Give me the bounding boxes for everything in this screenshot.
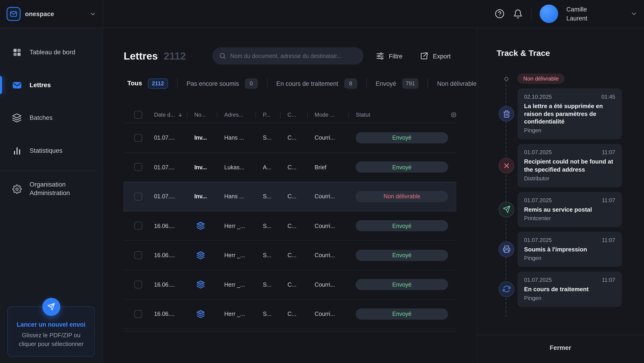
- letter-row[interactable]: 01.07.... Inv... Hans ... S... C... Cour…: [124, 182, 456, 212]
- event-source: Pingen: [524, 128, 615, 134]
- row-checkbox[interactable]: [134, 134, 142, 142]
- cell-c: C...: [284, 222, 312, 229]
- event-date: 01.07.2025: [524, 197, 552, 203]
- status-tab[interactable]: Envoyé 791: [366, 78, 428, 88]
- event-source: Pingen: [524, 255, 615, 261]
- brand[interactable]: onespace: [0, 0, 103, 28]
- row-checkbox[interactable]: [134, 222, 142, 230]
- row-checkbox[interactable]: [134, 192, 142, 200]
- app-window: onespace Camille Laurent: [0, 0, 644, 363]
- cell-date: 16.06....: [148, 281, 192, 288]
- sidebar-item-dashboard[interactable]: Tableau de bord: [0, 40, 102, 64]
- cell-c: C...: [284, 164, 312, 170]
- cell-status: Envoyé: [353, 132, 448, 143]
- sidebar-item-letters[interactable]: Lettres: [0, 73, 102, 97]
- cell-mode: Courri...: [312, 134, 353, 141]
- user-menu-chevron-down-icon[interactable]: [630, 10, 637, 17]
- document-name: Inv...: [194, 164, 207, 170]
- avatar[interactable]: [540, 4, 558, 23]
- sidebar-item-statistics[interactable]: Statistiques: [0, 139, 102, 163]
- status-tab-count-badge: 2112: [148, 78, 168, 88]
- help-button[interactable]: [494, 8, 505, 19]
- letter-row[interactable]: 01.07.... Inv... Lukas... A... C... Brie…: [124, 152, 456, 182]
- cell-mode: Courri...: [312, 222, 353, 229]
- column-header-status[interactable]: Statut: [353, 112, 448, 118]
- track-trace-title: Track & Trace: [496, 48, 644, 58]
- export-button[interactable]: Export: [420, 52, 451, 60]
- cell-address: Herr _...: [221, 222, 260, 229]
- event-text: Recipient could not be found at the spec…: [524, 158, 615, 174]
- search-icon: [219, 52, 226, 60]
- status-tab[interactable]: Tous 2112: [124, 78, 177, 88]
- row-checkbox[interactable]: [134, 251, 142, 259]
- sidebar-item-batches[interactable]: Batches: [0, 106, 102, 130]
- event-card: 01.07.2025 11:07 Remis au service postal…: [518, 192, 622, 227]
- column-header-p[interactable]: P...: [260, 112, 284, 118]
- document-name: Inv...: [194, 134, 207, 141]
- close-button[interactable]: Fermer: [550, 344, 571, 352]
- cell-c: C...: [284, 252, 312, 258]
- cell-p: S...: [260, 222, 284, 229]
- notifications-button[interactable]: [513, 9, 523, 19]
- cell-document: [191, 251, 221, 260]
- cell-address: Herr _...: [221, 252, 260, 258]
- letter-row[interactable]: 16.06.... Herr _... S... C... Courri...: [124, 300, 456, 329]
- letter-row[interactable]: 01.07.... Inv... Hans ... S... C... Cour…: [124, 123, 456, 153]
- upload-dropzone[interactable]: Lancer un nouvel envoi Glissez le PDF/ZI…: [7, 306, 95, 356]
- column-header-address[interactable]: Adres...: [221, 112, 260, 118]
- status-tab-count-badge: 8: [344, 78, 357, 88]
- column-settings-button[interactable]: [448, 110, 456, 119]
- event-text: Remis au service postal: [524, 206, 615, 214]
- select-all-checkbox[interactable]: [134, 111, 142, 119]
- row-checkbox[interactable]: [134, 281, 142, 288]
- letter-row[interactable]: 16.06.... Herr _... S... C... Courri...: [124, 240, 456, 270]
- search-input[interactable]: [230, 53, 357, 59]
- cell-p: A...: [260, 164, 284, 170]
- cell-c: C...: [284, 310, 312, 317]
- cell-p: S...: [260, 281, 284, 288]
- cell-date: 01.07....: [148, 164, 192, 170]
- event-card: 01.07.2025 11:07 Soumis à l'impression P…: [518, 232, 622, 267]
- sidebar: Tableau de bord Lettres Batches: [0, 28, 103, 363]
- row-checkbox[interactable]: [134, 310, 142, 318]
- letter-row[interactable]: 16.06.... Herr _... S... C... Courri...: [124, 270, 456, 300]
- filter-label: Filtre: [389, 52, 402, 59]
- row-checkbox[interactable]: [134, 163, 142, 171]
- column-header-c[interactable]: C...: [284, 112, 312, 118]
- status-badge: Envoyé: [356, 250, 448, 261]
- cell-document: [191, 310, 221, 318]
- sidebar-item-organisation-administration[interactable]: Organisation Administration: [0, 177, 102, 201]
- table-header: Date d... No... Adres... P... C... Mode …: [124, 107, 456, 123]
- document-name: Inv...: [194, 193, 207, 200]
- cell-date: 16.06....: [148, 222, 192, 229]
- envelope-icon: [12, 80, 22, 90]
- column-header-mode[interactable]: Mode ...: [312, 112, 353, 118]
- letters-total-count: 2112: [164, 50, 186, 62]
- track-event: 01.07.2025 11:07 Recipient could not be …: [499, 144, 644, 187]
- gear-icon: [451, 110, 456, 119]
- status-tab[interactable]: En cours de traitement 8: [267, 78, 366, 88]
- sidebar-item-label: Organisation Administration: [30, 180, 83, 198]
- layers-icon: [12, 112, 22, 123]
- cell-p: S...: [260, 134, 284, 141]
- sliders-icon: [376, 52, 384, 60]
- cell-status: Envoyé: [353, 220, 448, 232]
- column-header-date[interactable]: Date d...: [148, 112, 192, 118]
- letter-row[interactable]: 16.06.... Herr _... S... C... Courri...: [124, 212, 456, 241]
- status-tab[interactable]: Non délivrable: [428, 78, 476, 88]
- cell-date: 16.06....: [148, 252, 192, 258]
- filter-button[interactable]: Filtre: [376, 52, 402, 60]
- status-tab-label: Non délivrable: [437, 80, 476, 87]
- status-tab-label: Tous: [128, 80, 142, 87]
- letters-table: Date d... No... Adres... P... C... Mode …: [124, 107, 456, 331]
- workspace-chevron-down-icon[interactable]: [90, 10, 96, 17]
- sidebar-nav: Tableau de bord Lettres Batches: [0, 28, 102, 201]
- status-badge: Envoyé: [356, 132, 448, 143]
- batch-layers-icon: [196, 310, 205, 318]
- top-bar: onespace Camille Laurent: [0, 0, 644, 28]
- gear-icon: [12, 184, 22, 194]
- status-tab[interactable]: Pas encore soumis 0: [177, 78, 267, 88]
- page-title: Lettres: [124, 50, 158, 62]
- event-icon: [499, 281, 514, 297]
- event-date: 01.07.2025: [524, 149, 552, 156]
